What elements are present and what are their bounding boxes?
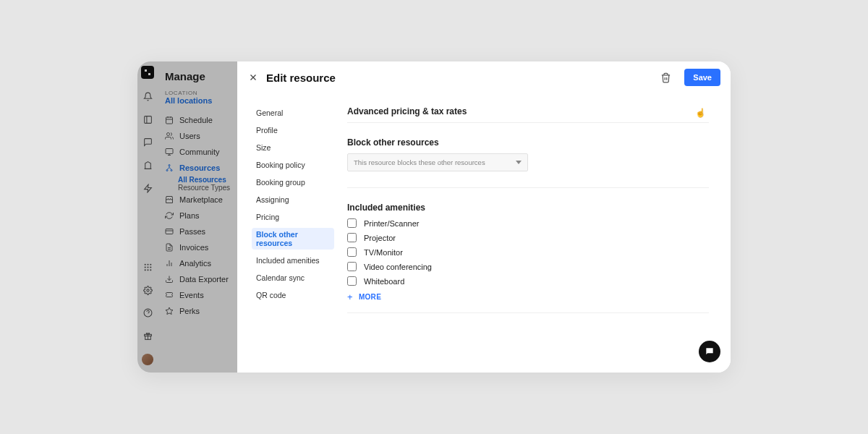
nav-label: Community [179, 148, 220, 156]
nav-events[interactable]: Events [158, 287, 237, 303]
section-qr-code[interactable]: QR code [252, 289, 334, 302]
section-profile[interactable]: Profile [252, 124, 334, 137]
modal-header: Edit resource Save [237, 61, 731, 93]
bolt-icon[interactable] [142, 183, 153, 193]
app-logo[interactable] [141, 66, 154, 79]
svg-point-11 [147, 269, 148, 271]
nav-label: Schedule [179, 116, 213, 124]
export-icon [165, 275, 174, 284]
amenity-checkbox[interactable] [347, 262, 357, 271]
gift-icon[interactable] [142, 331, 153, 341]
grid-icon[interactable] [142, 263, 153, 273]
icon-rail [137, 61, 158, 373]
save-button[interactable]: Save [684, 69, 720, 86]
nav-passes[interactable]: Passes [158, 224, 237, 239]
section-pricing[interactable]: Pricing [252, 210, 334, 224]
nav-label: Perks [179, 307, 200, 315]
block-other-title: Block other resources [347, 137, 439, 148]
amenity-label: Video conferencing [364, 263, 432, 271]
section-amenities[interactable]: Included amenities [252, 254, 334, 267]
amenity-checkbox[interactable] [347, 276, 357, 286]
select-placeholder: This resource blocks these other resourc… [354, 158, 485, 166]
message-icon[interactable] [142, 137, 153, 148]
trash-icon[interactable] [660, 72, 671, 83]
section-calendar-sync[interactable]: Calendar sync [252, 271, 334, 284]
chat-fab[interactable] [699, 341, 720, 362]
nav-community[interactable]: Community [158, 144, 237, 160]
amenity-checkbox[interactable] [347, 233, 357, 242]
bell-icon[interactable] [142, 92, 153, 102]
resources-icon [165, 163, 174, 172]
amenity-row[interactable]: Video conferencing [347, 262, 709, 271]
block-other-resources-block: Block other resources This resource bloc… [347, 137, 709, 188]
svg-point-6 [150, 264, 151, 265]
svg-rect-0 [145, 69, 147, 72]
more-label: MORE [359, 293, 381, 301]
amenity-checkbox[interactable] [347, 247, 357, 257]
nav-sub-resource-types[interactable]: Resource Types [158, 184, 237, 192]
svg-rect-1 [148, 73, 150, 75]
layout-icon[interactable] [142, 114, 153, 124]
nav-label: Resources [179, 163, 220, 172]
user-avatar[interactable] [142, 354, 153, 365]
section-assigning[interactable]: Assigning [252, 193, 334, 206]
svg-point-27 [169, 165, 170, 166]
chevron-down-icon [516, 161, 522, 164]
svg-point-23 [167, 133, 170, 136]
nav-sub-all-resources[interactable]: All Resources [158, 176, 237, 184]
svg-point-7 [144, 267, 145, 268]
amenity-row[interactable]: Printer/Scanner [347, 218, 709, 228]
svg-point-4 [144, 264, 145, 265]
section-booking-group[interactable]: Booking group [252, 176, 334, 189]
block-resources-select[interactable]: This resource blocks these other resourc… [347, 153, 528, 171]
modal-title: Edit resource [266, 72, 652, 84]
nav-analytics[interactable]: Analytics [158, 255, 237, 271]
location-switcher[interactable]: LOCATION All locations [165, 90, 230, 105]
help-icon[interactable] [142, 308, 153, 318]
amenity-label: TV/Monitor [364, 248, 403, 257]
section-booking-policy[interactable]: Booking policy [252, 158, 334, 171]
svg-rect-30 [166, 229, 173, 234]
svg-point-10 [144, 269, 145, 271]
section-block-other[interactable]: Block other resources [252, 228, 334, 250]
svg-point-5 [147, 264, 148, 265]
gear-icon[interactable] [142, 285, 153, 295]
svg-marker-38 [166, 307, 173, 315]
nav-label: Data Exporter [179, 275, 229, 284]
advanced-pricing-block: Advanced pricing & tax rates ☝ [347, 106, 709, 123]
users-icon [165, 132, 174, 140]
section-nav: General Profile Size Booking policy Book… [237, 93, 340, 373]
building-icon[interactable] [142, 161, 153, 171]
nav-label: Users [179, 132, 200, 140]
nav-label: Plans [179, 211, 200, 220]
amenity-label: Printer/Scanner [364, 219, 419, 228]
section-general[interactable]: General [252, 106, 334, 119]
star-icon [165, 307, 174, 315]
amenity-row[interactable]: Projector [347, 233, 709, 242]
edit-resource-modal: Edit resource Save General Profile Size … [237, 61, 731, 373]
nav-perks[interactable]: Perks [158, 303, 237, 319]
nav-plans[interactable]: Plans [158, 208, 237, 224]
amenity-row[interactable]: Whiteboard [347, 276, 709, 286]
community-icon [165, 148, 174, 156]
location-label: LOCATION [165, 90, 230, 96]
nav-users[interactable]: Users [158, 128, 237, 144]
amenity-checkbox[interactable] [347, 218, 357, 228]
svg-point-12 [150, 269, 151, 271]
svg-rect-2 [144, 116, 151, 123]
amenity-row[interactable]: TV/Monitor [347, 247, 709, 257]
nav-marketplace[interactable]: Marketplace [158, 192, 237, 208]
refresh-icon [165, 211, 174, 220]
nav-schedule[interactable]: Schedule [158, 112, 237, 128]
nav-data-exporter[interactable]: Data Exporter [158, 271, 237, 287]
amenity-label: Whiteboard [364, 277, 404, 286]
sidebar-nav: Schedule Users Community Resources All R… [158, 112, 237, 319]
nav-resources[interactable]: Resources [158, 160, 237, 176]
sidebar: Manage LOCATION All locations Schedule U… [137, 61, 237, 373]
svg-point-29 [171, 170, 172, 171]
svg-point-9 [150, 267, 151, 268]
nav-invoices[interactable]: Invoices [158, 239, 237, 255]
section-size[interactable]: Size [252, 141, 334, 154]
close-icon[interactable] [247, 72, 259, 83]
more-amenities-button[interactable]: + MORE [347, 292, 709, 302]
